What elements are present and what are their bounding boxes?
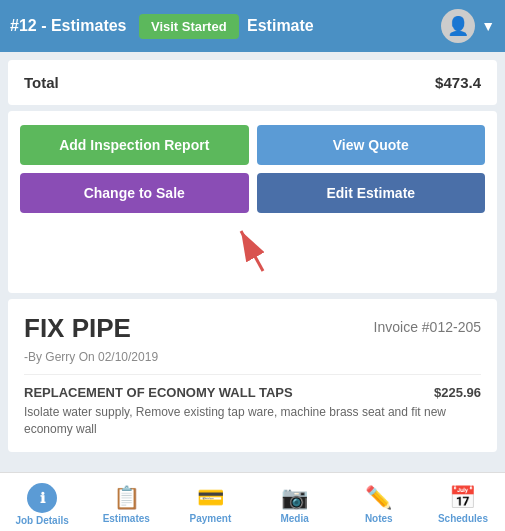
nav-label-payment: Payment: [190, 513, 232, 524]
header: #12 - Estimates Visit Started Estimate 👤…: [0, 0, 505, 52]
total-label: Total: [24, 74, 59, 91]
nav-label-media: Media: [280, 513, 308, 524]
change-to-sale-button[interactable]: Change to Sale: [20, 173, 249, 213]
media-icon: 📷: [281, 485, 308, 511]
red-arrow-indicator: [20, 221, 485, 277]
bottom-nav: ℹ Job Details 📋 Estimates 💳 Payment 📷 Me…: [0, 472, 505, 531]
schedules-icon: 📅: [449, 485, 476, 511]
header-left: #12 - Estimates Visit Started Estimate: [10, 17, 314, 35]
job-details-icon: ℹ: [27, 483, 57, 513]
line-item: REPLACEMENT OF ECONOMY WALL TAPS $225.96…: [24, 374, 481, 438]
line-item-price: $225.96: [434, 385, 481, 400]
estimates-icon: 📋: [113, 485, 140, 511]
nav-label-schedules: Schedules: [438, 513, 488, 524]
visit-started-badge[interactable]: Visit Started: [139, 14, 239, 39]
invoice-title: FIX PIPE: [24, 313, 131, 344]
nav-item-job-details[interactable]: ℹ Job Details: [0, 477, 84, 528]
buttons-section: Add Inspection Report View Quote Change …: [8, 111, 497, 293]
invoice-header: FIX PIPE Invoice #012-205: [24, 313, 481, 344]
nav-item-estimates[interactable]: 📋 Estimates: [84, 479, 168, 526]
buttons-row-2: Change to Sale Edit Estimate: [20, 173, 485, 213]
chevron-down-icon[interactable]: ▼: [481, 18, 495, 34]
svg-line-1: [241, 231, 263, 271]
nav-item-payment[interactable]: 💳 Payment: [168, 479, 252, 526]
avatar[interactable]: 👤: [441, 9, 475, 43]
add-inspection-button[interactable]: Add Inspection Report: [20, 125, 249, 165]
nav-item-schedules[interactable]: 📅 Schedules: [421, 479, 505, 526]
nav-label-notes: Notes: [365, 513, 393, 524]
line-item-name: REPLACEMENT OF ECONOMY WALL TAPS: [24, 385, 293, 400]
nav-item-media[interactable]: 📷 Media: [253, 479, 337, 526]
line-item-header: REPLACEMENT OF ECONOMY WALL TAPS $225.96: [24, 385, 481, 400]
total-card: Total $473.4: [8, 60, 497, 105]
invoice-card: FIX PIPE Invoice #012-205 -By Gerry On 0…: [8, 299, 497, 452]
content-area: Total $473.4 Add Inspection Report View …: [0, 52, 505, 472]
nav-label-estimates: Estimates: [103, 513, 150, 524]
invoice-author: -By Gerry On 02/10/2019: [24, 350, 481, 364]
edit-estimate-button[interactable]: Edit Estimate: [257, 173, 486, 213]
line-item-description: Isolate water supply, Remove existing ta…: [24, 404, 481, 438]
nav-label-job-details: Job Details: [15, 515, 68, 526]
header-right: 👤 ▼: [441, 9, 495, 43]
header-title: #12 - Estimates Visit Started Estimate: [10, 17, 314, 35]
nav-item-notes[interactable]: ✏️ Notes: [337, 479, 421, 526]
payment-icon: 💳: [197, 485, 224, 511]
buttons-row-1: Add Inspection Report View Quote: [20, 125, 485, 165]
invoice-number: Invoice #012-205: [374, 313, 481, 335]
total-value: $473.4: [435, 74, 481, 91]
view-quote-button[interactable]: View Quote: [257, 125, 486, 165]
notes-icon: ✏️: [365, 485, 392, 511]
